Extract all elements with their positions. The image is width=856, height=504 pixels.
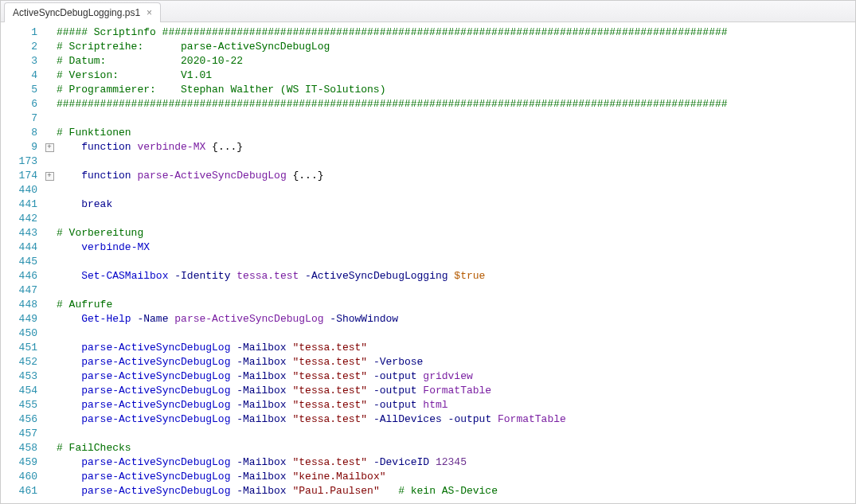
code-token	[57, 385, 81, 397]
tab-bar: ActiveSyncDebugLogging.ps1 ×	[1, 1, 855, 22]
code-line[interactable]	[57, 183, 855, 197]
code-line[interactable]: # Vorbereitung	[57, 226, 855, 240]
code-line[interactable]	[57, 255, 855, 269]
fold-toggle-icon[interactable]: +	[42, 140, 57, 154]
fold-spacer	[42, 111, 57, 126]
code-token: -Mailbox	[236, 370, 286, 382]
code-line[interactable]: parse-ActiveSyncDebugLog -Mailbox "keine…	[57, 470, 855, 484]
fold-spacer	[42, 326, 57, 341]
code-token: "keine.Mailbox"	[293, 471, 386, 483]
code-line[interactable]: Get-Help -Name parse-ActiveSyncDebugLog …	[57, 312, 855, 326]
line-number: 448	[1, 298, 37, 312]
code-line[interactable]: # FailChecks	[57, 441, 855, 455]
line-number: 458	[1, 441, 37, 455]
editor-window: ActiveSyncDebugLogging.ps1 × 12345678917…	[0, 0, 856, 504]
code-token: parse-ActiveSyncDebugLog	[81, 385, 230, 397]
code-line[interactable]: parse-ActiveSyncDebugLog -Mailbox "tessa…	[57, 355, 855, 369]
code-token: html	[423, 399, 448, 411]
close-icon[interactable]: ×	[145, 8, 154, 18]
code-line[interactable]: Set-CASMailbox -Identity tessa.test -Act…	[57, 269, 855, 283]
fold-spacer	[42, 427, 57, 441]
code-token	[57, 170, 81, 182]
fold-toggle-icon[interactable]: +	[42, 169, 57, 183]
code-token	[57, 241, 81, 253]
code-line[interactable]: parse-ActiveSyncDebugLog -Mailbox "tessa…	[57, 341, 855, 355]
code-token: FormatTable	[423, 385, 491, 397]
code-line[interactable]: parse-ActiveSyncDebugLog -Mailbox "tessa…	[57, 369, 855, 384]
code-token	[57, 198, 81, 210]
code-line[interactable]: # Aufrufe	[57, 298, 855, 312]
line-number: 2	[1, 40, 37, 54]
code-token: -Mailbox	[236, 342, 286, 354]
code-token: parse-ActiveSyncDebugLog	[81, 342, 230, 354]
tab-active[interactable]: ActiveSyncDebugLogging.ps1 ×	[4, 2, 161, 22]
code-token: -Name	[137, 313, 168, 325]
code-line[interactable]: parse-ActiveSyncDebugLog -Mailbox "Paul.…	[57, 484, 855, 498]
line-number: 3	[1, 54, 37, 68]
code-line[interactable]: function parse-ActiveSyncDebugLog {...}	[57, 169, 855, 183]
fold-spacer	[42, 197, 57, 212]
code-line[interactable]: parse-ActiveSyncDebugLog -Mailbox "tessa…	[57, 455, 855, 470]
fold-spacer	[42, 298, 57, 312]
code-token: parse-ActiveSyncDebugLog	[81, 456, 230, 468]
code-line[interactable]: verbinde-MX	[57, 240, 855, 255]
line-number: 174	[1, 169, 37, 183]
code-token: verbinde-MX	[137, 141, 205, 153]
code-token: -Mailbox	[236, 356, 286, 368]
code-editor[interactable]: 1234567891731744404414424434444454464474…	[1, 22, 855, 503]
code-token	[57, 399, 81, 411]
code-line[interactable]	[57, 212, 855, 226]
code-token: -Mailbox	[236, 485, 286, 497]
fold-spacer	[42, 369, 57, 384]
code-line[interactable]: function verbinde-MX {...}	[57, 140, 855, 154]
line-number-gutter: 1234567891731744404414424434444454464474…	[1, 25, 42, 503]
line-number: 9	[1, 140, 37, 154]
line-number: 7	[1, 111, 37, 126]
code-token: # Funktionen	[57, 127, 131, 139]
line-number: 456	[1, 412, 37, 427]
code-token	[57, 356, 81, 368]
code-token: # Aufrufe	[57, 299, 112, 311]
line-number: 452	[1, 355, 37, 369]
fold-spacer	[42, 40, 57, 54]
code-line[interactable]: # Version: V1.01	[57, 68, 855, 83]
code-line[interactable]	[57, 326, 855, 341]
code-token: FormatTable	[498, 413, 566, 425]
code-token	[57, 313, 81, 325]
code-token	[367, 356, 373, 368]
code-token: Set-CASMailbox	[81, 270, 168, 282]
code-line[interactable]: ########################################…	[57, 97, 855, 111]
code-token: -output	[448, 413, 492, 425]
code-token: -ShowWindow	[330, 313, 398, 325]
line-number: 440	[1, 183, 37, 197]
code-line[interactable]	[57, 111, 855, 126]
code-token	[429, 456, 436, 468]
code-line[interactable]: parse-ActiveSyncDebugLog -Mailbox "tessa…	[57, 398, 855, 412]
code-line[interactable]: parse-ActiveSyncDebugLog -Mailbox "tessa…	[57, 384, 855, 398]
line-number: 446	[1, 269, 37, 283]
code-line[interactable]: # Programmierer: Stephan Walther (WS IT-…	[57, 83, 855, 97]
code-token: gridview	[423, 370, 472, 382]
fold-spacer	[42, 255, 57, 269]
code-line[interactable]: parse-ActiveSyncDebugLog -Mailbox "tessa…	[57, 412, 855, 427]
code-line[interactable]: # Datum: 2020-10-22	[57, 54, 855, 68]
code-line[interactable]: # Funktionen	[57, 126, 855, 140]
code-line[interactable]	[57, 154, 855, 169]
code-token	[491, 413, 498, 425]
code-token: -Verbose	[373, 356, 423, 368]
code-line[interactable]	[57, 427, 855, 441]
code-line[interactable]: ##### Scriptinfo #######################…	[57, 25, 855, 40]
code-token: -DeviceID	[373, 456, 429, 468]
code-line[interactable]	[57, 283, 855, 298]
code-token	[57, 456, 81, 468]
code-line[interactable]: # Scriptreihe: parse-ActiveSyncDebugLog	[57, 40, 855, 54]
tab-title: ActiveSyncDebugLogging.ps1	[13, 7, 140, 18]
code-area[interactable]: ##### Scriptinfo #######################…	[57, 25, 855, 503]
line-number: 445	[1, 255, 37, 269]
line-number: 459	[1, 455, 37, 470]
code-token: parse-ActiveSyncDebugLog	[174, 313, 323, 325]
code-token: -AllDevices	[373, 413, 442, 425]
code-line[interactable]: break	[57, 197, 855, 212]
code-token	[287, 399, 293, 411]
code-token	[287, 471, 293, 483]
